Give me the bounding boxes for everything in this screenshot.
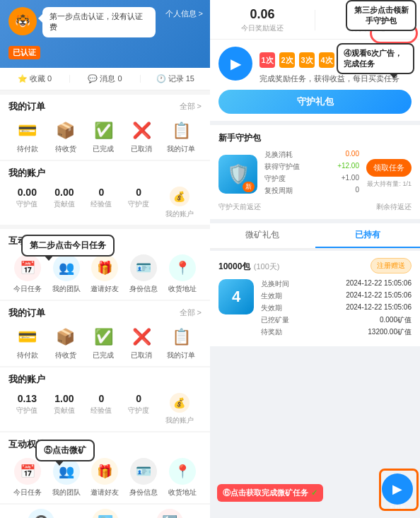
benefits-icons-row: 📅 今日任务 👥 我的团队 🎁 邀请好友 🪪 身份信息 📍 收货地址: [8, 254, 202, 294]
micromine-content: 4 兑换时间2024-12-22 15:05:06 生效期2024-12-22 …: [218, 279, 412, 339]
account-protect-2[interactable]: 0.13 守护值: [16, 393, 37, 425]
account-protect[interactable]: 0.00 守护值: [16, 187, 37, 219]
cancel-icon-2: ❌: [132, 328, 151, 346]
invite-icon: 🎁: [91, 254, 118, 281]
account-all-2[interactable]: 💰 我的账户: [165, 393, 194, 425]
ad-count-4[interactable]: 4次: [319, 52, 334, 68]
benefit-today-task[interactable]: 📅 今日任务: [13, 254, 42, 294]
benefit-invite-2[interactable]: 🎁 邀请好友: [91, 458, 119, 498]
complete-icon-2: ✅: [94, 328, 113, 346]
protect-btn[interactable]: 守护礼包: [218, 90, 412, 114]
account-contribute-2[interactable]: 1.00 贡献值: [54, 393, 75, 425]
newbie-pack-icon: 🛡️ 新: [218, 155, 257, 194]
account-shield[interactable]: 0 守护度: [128, 187, 149, 219]
newbie-pack-section: 新手守护包 🛡️ 新 兑换消耗0.00 获得守护值+12.00 守护度+1.00…: [210, 125, 420, 219]
go-get-highlight: [379, 469, 419, 511]
verified-badge[interactable]: 已认证: [8, 46, 40, 59]
address-icon-2: 📍: [169, 458, 196, 485]
step2-callout: 第二步点击今日任务: [21, 235, 115, 257]
order-item-pay-2[interactable]: 💳 待付款: [15, 326, 40, 360]
benefit-my-team[interactable]: 👥 我的团队: [52, 254, 81, 294]
step4-callout: ④观看6次广告，完成任务: [337, 43, 414, 74]
newbie-pack-title: 新手守护包: [218, 132, 412, 144]
my-orders-section-2: 我的订单 全部 > 💳 待付款 📦 待收货 ✅ 已完成 ❌ 已取消: [0, 301, 210, 366]
register-gift-button[interactable]: 注册赠送: [371, 258, 412, 273]
stat-favorites[interactable]: ⭐ 收藏 0: [0, 73, 69, 84]
account-all[interactable]: 💰 我的账户: [165, 187, 194, 219]
stat-records[interactable]: 🕐 记录 15: [141, 73, 210, 84]
city-icon: 🏙️: [92, 509, 119, 518]
my-account-title: 我的账户: [8, 167, 45, 179]
complete-icon: ✅: [94, 122, 113, 140]
ad-count-1[interactable]: 1次: [259, 52, 275, 68]
order-item-receive-2[interactable]: 📦 待收货: [53, 326, 78, 360]
order-item-receive[interactable]: 📦 待收货: [53, 120, 78, 154]
benefit-identity[interactable]: 🪪 身份信息: [129, 254, 158, 294]
left-panel: 🐯 第一步点击认证，没有认证费 已认证 个人信息 > ⭐ 收藏 0 💬 消息 0…: [0, 0, 210, 518]
avatar[interactable]: 🐯: [8, 7, 37, 35]
micromine-header: 10000包 (100天) 注册赠送: [218, 258, 412, 273]
step5-callout: ⑤点击微矿: [35, 440, 95, 461]
order-item-complete-2[interactable]: ✅ 已完成: [91, 326, 116, 360]
benefit-identity-2[interactable]: 🪪 身份信息: [129, 458, 158, 498]
today-task-icon-2: 📅: [14, 458, 41, 485]
bottom-icons: 🎧 人工客服 🏙️ 城市合伙 🔄 转赠: [8, 509, 202, 518]
order-item-all-2[interactable]: 📋 我的订单: [167, 326, 195, 360]
bottom-customer-service[interactable]: 🎧 人工客服: [27, 509, 55, 518]
my-orders-title-2: 我的订单: [8, 307, 45, 319]
account-shield-2[interactable]: 0 守护度: [128, 393, 149, 425]
order-item-complete[interactable]: ✅ 已完成: [91, 120, 116, 154]
my-orders-title: 我的订单: [8, 100, 45, 113]
tab-owned[interactable]: 已持有: [315, 223, 421, 248]
my-orders-more-2[interactable]: 全部 >: [180, 307, 202, 318]
benefit-address-2[interactable]: 📍 收货地址: [168, 458, 197, 498]
ad-play-button[interactable]: ▶: [218, 47, 252, 81]
record-icon: 🕐: [156, 74, 166, 83]
order-item-pay[interactable]: 💳 待付款: [15, 120, 40, 154]
claim-col: 领取任务 最大持有量: 1/1: [366, 159, 412, 189]
pack-content: 🛡️ 新 兑换消耗0.00 获得守护值+12.00 守护度+1.00 复投周期0…: [218, 150, 412, 198]
claim-task-button[interactable]: 领取任务: [366, 159, 412, 177]
receive-icon: 📦: [56, 122, 75, 140]
invite-icon-2: 🎁: [91, 458, 118, 485]
order-item-all[interactable]: 📋 我的订单: [167, 120, 195, 154]
tab-micromine-pack[interactable]: 微矿礼包: [210, 223, 315, 248]
personal-info-link[interactable]: 个人信息 >: [165, 8, 203, 19]
order-item-cancel-2[interactable]: ❌ 已取消: [129, 326, 154, 360]
bottom-city-partner[interactable]: 🏙️ 城市合伙: [91, 509, 119, 518]
micromine-section: 10000包 (100天) 注册赠送 4 兑换时间2024-12-22 15:0…: [210, 251, 420, 346]
benefits-section: 互动权益 📅 今日任务 👥 我的团队 🎁 邀请好友 🪪 身份信息 📍 收货地址: [0, 229, 210, 300]
bottom-float: ⑥点击获取完成微矿任务 ✓ ▶ 去获取: [210, 473, 420, 512]
account-exp[interactable]: 0 经验值: [91, 187, 112, 219]
my-orders-section: 我的订单 全部 > 💳 待付款 📦 待收货 ✅ 已完成 ❌ 已取消 📋 我的: [0, 95, 210, 160]
account-icon-2: 💰: [170, 393, 189, 413]
pay-icon-2: 💳: [18, 328, 37, 346]
left-header: 🐯 第一步点击认证，没有认证费 已认证 个人信息 >: [0, 0, 210, 68]
today-task-icon: 📅: [14, 254, 41, 281]
stat-messages[interactable]: 💬 消息 0: [70, 73, 139, 84]
benefit-today-task-2[interactable]: 📅 今日任务: [13, 458, 42, 498]
my-orders-more[interactable]: 全部 >: [180, 101, 202, 112]
account-exp-2[interactable]: 0 经验值: [91, 393, 112, 425]
star-icon: ⭐: [18, 74, 28, 83]
bottom-transfer[interactable]: 🔄 转赠: [156, 509, 183, 518]
benefit-address[interactable]: 📍 收货地址: [168, 254, 197, 294]
micromine-icon: 4: [218, 279, 254, 314]
customer-service-icon: 🎧: [28, 509, 54, 518]
account-contribute[interactable]: 0.00 贡献值: [54, 187, 75, 219]
account-row: 0.00 守护值 0.00 贡献值 0 经验值 0 守护度 💰 我的账户: [8, 187, 202, 219]
account-icon: 💰: [170, 187, 189, 206]
right-panel: 0.06 今日奖励返还 11.93 剩余待返还 ▶ 1次 2次: [210, 0, 420, 518]
ad-count-2[interactable]: 2次: [279, 52, 295, 68]
micromine-title: 10000包: [218, 261, 250, 271]
bottom-task-text: ⑥点击获取完成微矿任务 ✓: [217, 484, 323, 502]
left-bottom: 我的订单 全部 > 💳 待付款 📦 待收货 ✅ 已完成 ❌ 已取消: [0, 300, 210, 518]
benefit-invite[interactable]: 🎁 邀请好友: [91, 254, 119, 294]
identity-icon: 🪪: [130, 254, 157, 281]
tabs-row: 微矿礼包 已持有: [210, 223, 420, 249]
max-hint: 最大持有量: 1/1: [367, 179, 412, 189]
ad-count-3[interactable]: 3次: [299, 52, 315, 68]
pack-bottom-labels: 守护天前返还 剩余待返还: [218, 202, 412, 212]
my-account-section-2: 我的账户 0.13 守护值 1.00 贡献值 0 经验值 0 守护度: [0, 367, 210, 431]
order-item-cancel[interactable]: ❌ 已取消: [129, 120, 154, 154]
